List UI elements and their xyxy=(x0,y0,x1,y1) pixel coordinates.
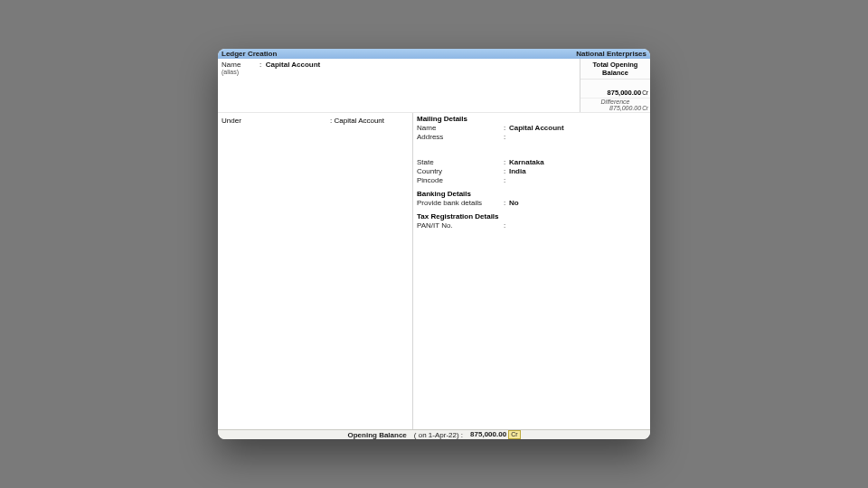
name-colon: : xyxy=(259,61,263,69)
opening-balance-footer-label: Opening Balance xyxy=(347,431,406,439)
footer: Opening Balance ( on 1-Apr-22) : 875,000… xyxy=(218,429,650,439)
pan-label: PAN/IT No. xyxy=(417,221,504,230)
opening-balance-footer-date: ( on 1-Apr-22) : xyxy=(414,431,463,439)
opening-balance-footer-amount: 875,000.00 xyxy=(470,430,506,438)
left-column: Under : Capital Account xyxy=(218,113,413,429)
difference-drcr: Cr xyxy=(642,105,648,111)
opening-balance-amount: 875,000.00Cr xyxy=(580,80,650,98)
under-label: Under xyxy=(222,117,330,125)
name-label: Name xyxy=(222,61,254,69)
titlebar: Ledger Creation National Enterprises xyxy=(218,49,650,59)
opening-balance-drcr: Cr xyxy=(642,89,648,96)
mailing-name-label: Name xyxy=(417,124,504,132)
opening-balance-value: 875,000.00 xyxy=(608,89,642,97)
window-title: Ledger Creation xyxy=(222,50,277,58)
opening-balance-footer-drcr[interactable]: Cr xyxy=(508,430,520,439)
under-value[interactable]: Capital Account xyxy=(334,117,384,125)
opening-balance-panel: Total Opening Balance 875,000.00Cr Diffe… xyxy=(580,59,650,112)
mailing-section-title: Mailing Details xyxy=(417,115,646,123)
right-column: Mailing Details Name : Capital Account A… xyxy=(413,113,650,429)
country-label: Country xyxy=(417,167,504,175)
difference-amount: 875,000.00Cr xyxy=(580,105,650,112)
opening-balance-footer-value[interactable]: 875,000.00Cr xyxy=(470,430,520,439)
opening-balance-header: Total Opening Balance xyxy=(580,59,650,80)
state-label: State xyxy=(417,158,504,166)
difference-value: 875,000.00 xyxy=(609,105,641,111)
banking-section-title: Banking Details xyxy=(417,190,646,198)
ledger-creation-window: Ledger Creation National Enterprises Nam… xyxy=(218,49,650,439)
tax-section-title: Tax Registration Details xyxy=(417,212,646,221)
pincode-label: Pincode xyxy=(417,176,504,184)
address-label: Address xyxy=(417,133,504,141)
body: Under : Capital Account Mailing Details … xyxy=(218,113,650,429)
company-name: National Enterprises xyxy=(576,50,646,58)
mailing-name-input[interactable]: Capital Account xyxy=(509,124,564,132)
alias-label: (alias) xyxy=(222,69,254,75)
provide-bank-label: Provide bank details xyxy=(417,199,504,207)
state-input[interactable]: Karnataka xyxy=(509,158,544,166)
country-input[interactable]: India xyxy=(509,167,526,175)
ledger-name-area: Name (alias) : Capital Account xyxy=(218,59,580,112)
header-row: Name (alias) : Capital Account Total Ope… xyxy=(218,59,650,113)
ledger-name-input[interactable]: Capital Account xyxy=(266,61,321,69)
difference-label: Difference xyxy=(580,98,650,105)
provide-bank-input[interactable]: No xyxy=(509,199,519,207)
